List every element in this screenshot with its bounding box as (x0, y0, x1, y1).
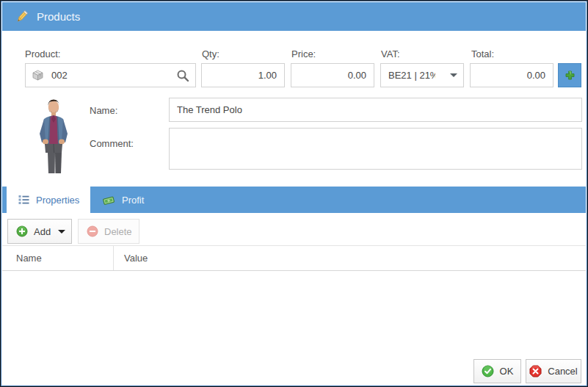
ok-check-icon (482, 365, 494, 377)
chevron-down-icon (450, 73, 457, 77)
grid-header-row: Name Value (2, 246, 586, 271)
page-title: Products (37, 10, 80, 23)
pencil-icon (15, 10, 29, 23)
tab-strip: Properties Profit (2, 187, 586, 213)
comment-label: Comment: (90, 138, 134, 149)
product-lookup[interactable] (25, 63, 196, 87)
product-photo (31, 97, 76, 173)
add-button[interactable]: Add (7, 219, 72, 244)
list-icon (18, 195, 29, 205)
vat-select[interactable]: BE21 | 21% (380, 63, 464, 87)
product-label: Product: (25, 48, 60, 59)
grid-column-value: Value (114, 253, 148, 264)
package-box-icon (32, 70, 44, 81)
total-input[interactable] (471, 64, 553, 87)
add-circle-icon (16, 225, 28, 237)
price-field-wrap (291, 63, 374, 87)
cancel-x-icon (529, 365, 542, 377)
comment-field-wrap (169, 128, 582, 170)
total-label: Total: (471, 48, 494, 59)
products-dialog: Products Product: Qty: Price: VAT: Total… (0, 0, 588, 387)
name-field-wrap (169, 98, 582, 122)
name-input[interactable] (170, 98, 581, 121)
comment-input[interactable] (170, 129, 581, 169)
plus-icon (565, 70, 575, 80)
delete-button[interactable]: Delete (78, 219, 139, 244)
qty-field-wrap (201, 63, 285, 87)
cancel-button[interactable]: Cancel (526, 359, 581, 383)
dialog-titlebar: Products (2, 2, 586, 31)
cancel-button-label: Cancel (548, 366, 577, 377)
search-icon[interactable] (176, 69, 189, 82)
qty-label: Qty: (202, 48, 219, 59)
ok-button[interactable]: OK (473, 359, 521, 383)
delete-circle-icon (87, 225, 98, 237)
tab-profit[interactable]: Profit (90, 187, 156, 213)
delete-button-label: Delete (104, 226, 132, 237)
qty-input[interactable] (202, 64, 284, 87)
total-field-wrap (470, 63, 553, 87)
tab-profit-label: Profit (122, 195, 144, 206)
price-input[interactable] (291, 64, 374, 87)
vat-label: VAT: (381, 48, 400, 59)
chevron-down-icon (58, 230, 65, 234)
add-product-button[interactable] (558, 63, 581, 87)
grid-column-name: Name (2, 246, 114, 270)
vat-selected-value: BE21 | 21% (388, 70, 435, 81)
name-label: Name: (90, 105, 117, 116)
grid-body-empty (2, 272, 586, 350)
tab-properties-label: Properties (36, 195, 79, 206)
ok-button-label: OK (500, 366, 514, 377)
product-input[interactable] (48, 64, 172, 87)
tab-properties[interactable]: Properties (7, 187, 90, 213)
money-icon (102, 195, 115, 206)
price-label: Price: (291, 48, 316, 59)
add-button-label: Add (34, 226, 51, 237)
